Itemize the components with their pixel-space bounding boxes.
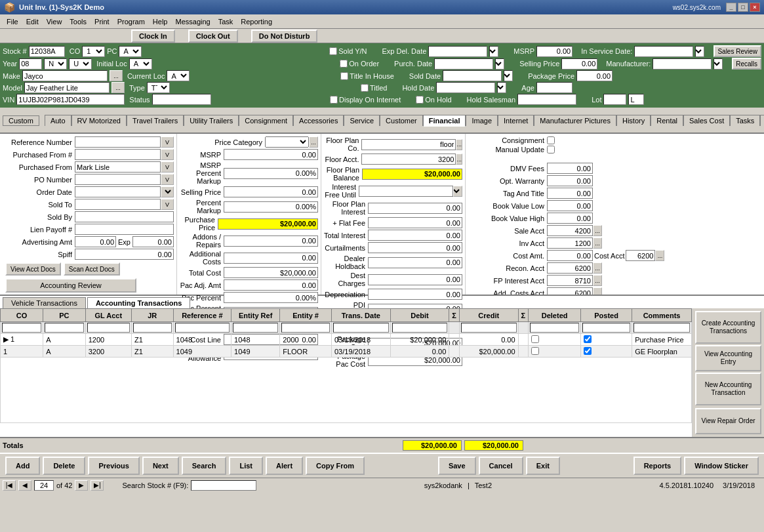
floor-plan-balance-input[interactable] xyxy=(362,169,462,180)
sold-date-input[interactable] xyxy=(443,70,502,81)
curtailments-input[interactable] xyxy=(368,242,462,253)
posted-checkbox-1[interactable] xyxy=(584,335,592,343)
interest-free-until-select[interactable] xyxy=(453,186,462,197)
manufacturer-input[interactable] xyxy=(653,58,712,70)
previous-btn[interactable]: Previous xyxy=(88,457,139,475)
filter-gl-acct[interactable] xyxy=(87,323,130,333)
percent-markup-input[interactable] xyxy=(224,201,318,213)
flat-fee-input[interactable] xyxy=(368,217,462,228)
purch-date-input[interactable] xyxy=(434,58,493,70)
floor-plan-co-input[interactable] xyxy=(361,139,456,150)
selling-price-input[interactable] xyxy=(561,58,597,70)
tab-manufacturer-pictures[interactable]: Manufacturer Pictures xyxy=(534,115,616,126)
year-input[interactable] xyxy=(19,58,42,70)
reference-number-input[interactable] xyxy=(75,136,161,148)
nud-select[interactable]: NUD xyxy=(44,58,67,70)
order-date-input[interactable] xyxy=(75,186,161,197)
alert-btn[interactable]: Alert xyxy=(266,457,303,475)
tab-rv-motorized[interactable]: RV Motorized xyxy=(71,115,127,126)
purch-date-select[interactable] xyxy=(495,58,504,70)
sold-yn-checkbox[interactable] xyxy=(329,47,337,55)
tab-history[interactable]: History xyxy=(616,115,651,126)
clock-in-btn[interactable]: Clock In xyxy=(131,30,175,43)
nav-last-btn[interactable]: ▶| xyxy=(90,480,104,491)
list-btn[interactable]: List xyxy=(229,457,263,475)
menu-edit[interactable]: Edit xyxy=(22,16,43,27)
tab-financial[interactable]: Financial xyxy=(423,115,466,127)
maximize-btn[interactable]: □ xyxy=(738,3,748,12)
sales-review-btn[interactable]: Sales Review xyxy=(714,45,761,57)
on-order-checkbox[interactable] xyxy=(340,60,348,68)
filter-ref-num[interactable] xyxy=(175,323,230,333)
dest-charges-input[interactable] xyxy=(368,274,462,285)
cost-acct-input[interactable] xyxy=(626,250,655,261)
tab-rental[interactable]: Rental xyxy=(651,115,683,126)
purchased-from-v-btn[interactable]: V xyxy=(161,161,174,173)
tab-accessories[interactable]: Accessories xyxy=(293,115,344,126)
lot-code-input[interactable] xyxy=(628,94,644,105)
accounting-review-btn[interactable]: Accounting Review xyxy=(5,278,136,293)
tab-consignment[interactable]: Consignment xyxy=(239,115,293,126)
menu-tools[interactable]: Tools xyxy=(66,16,90,27)
recalls-btn[interactable]: Recalls xyxy=(732,58,761,70)
cancel-btn[interactable]: Cancel xyxy=(479,457,523,475)
total-cost-input[interactable] xyxy=(224,267,318,278)
filter-pc[interactable] xyxy=(45,323,83,333)
menu-print[interactable]: Print xyxy=(90,16,113,27)
tab-travel-trailers[interactable]: Travel Trailers xyxy=(127,115,184,126)
tab-tasks[interactable]: Tasks xyxy=(730,115,760,126)
menu-reporting[interactable]: Reporting xyxy=(237,16,276,27)
tab-customer[interactable]: Customer xyxy=(380,115,423,126)
book-value-high-input[interactable] xyxy=(547,213,593,224)
pac-percent-input[interactable] xyxy=(224,292,318,303)
spiff-input[interactable] xyxy=(75,249,174,260)
vin-input[interactable] xyxy=(16,94,125,105)
titled-checkbox[interactable] xyxy=(361,84,369,92)
posted-checkbox-2[interactable] xyxy=(584,347,592,355)
co-select[interactable]: 1 xyxy=(82,46,105,57)
hold-date-input[interactable] xyxy=(436,82,495,93)
new-accounting-transaction-btn[interactable]: New Accounting Transaction xyxy=(695,373,761,405)
menu-file[interactable]: File xyxy=(3,16,22,27)
interest-free-until-input[interactable] xyxy=(359,186,453,197)
close-btn[interactable]: × xyxy=(750,3,760,12)
delete-btn[interactable]: Delete xyxy=(43,457,85,475)
record-num-input[interactable] xyxy=(34,480,54,491)
status-input[interactable] xyxy=(152,94,211,105)
floor-acct-btn[interactable]: ... xyxy=(456,153,462,165)
cost-acct-btn[interactable]: ... xyxy=(655,250,664,261)
add-btn[interactable]: Add xyxy=(5,457,40,475)
sold-to-input[interactable] xyxy=(75,199,161,210)
add-costs-acct-input[interactable] xyxy=(547,287,593,295)
display-on-internet-checkbox[interactable] xyxy=(330,96,338,104)
add-costs-acct-btn[interactable]: ... xyxy=(593,287,602,295)
view-acct-docs-btn[interactable]: View Acct Docs xyxy=(5,262,61,276)
minimize-btn[interactable]: _ xyxy=(726,3,736,12)
menu-program[interactable]: Program xyxy=(113,16,149,27)
make-lookup-btn[interactable]: ... xyxy=(110,70,123,81)
floor-plan-co-btn[interactable]: ... xyxy=(456,139,462,150)
next-btn[interactable]: Next xyxy=(142,457,179,475)
pac-adj-amt-input[interactable] xyxy=(224,279,318,291)
filter-trans-date[interactable] xyxy=(333,323,389,333)
clock-out-btn[interactable]: Clock Out xyxy=(188,30,238,43)
filter-deleted[interactable] xyxy=(530,323,579,333)
age-input[interactable] xyxy=(536,82,573,93)
sold-by-input[interactable] xyxy=(75,211,174,222)
exp-del-date-input[interactable] xyxy=(428,46,487,57)
total-interest-input[interactable] xyxy=(368,230,462,241)
search-stock-input[interactable] xyxy=(191,480,256,491)
tab-sales-cost[interactable]: Sales Cost xyxy=(683,115,730,126)
consignment-checkbox[interactable] xyxy=(547,136,555,144)
menu-help[interactable]: Help xyxy=(149,16,172,27)
fp-interest-acct-input[interactable] xyxy=(547,275,593,286)
tab-utility-trailers[interactable]: Utility Trailers xyxy=(184,115,239,126)
deleted-checkbox-1[interactable] xyxy=(531,335,539,343)
addons-repairs-input[interactable] xyxy=(224,235,318,247)
trans-tab-vehicle[interactable]: Vehicle Transactions xyxy=(3,297,86,308)
do-not-disturb-btn[interactable]: Do Not Disturb xyxy=(251,30,318,43)
exp-input[interactable] xyxy=(132,236,174,247)
copy-from-btn[interactable]: Copy From xyxy=(306,457,365,475)
tab-internet[interactable]: Internet xyxy=(498,115,534,126)
manual-update-checkbox[interactable] xyxy=(547,146,555,153)
